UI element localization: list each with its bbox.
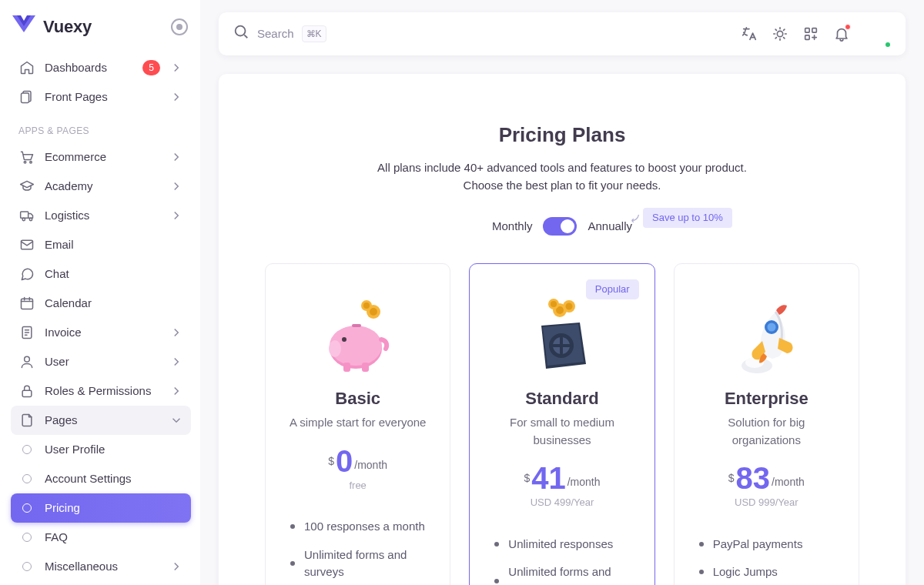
feature-item: Unlimited responses — [491, 530, 632, 559]
sub-item-pricing[interactable]: Pricing — [11, 493, 191, 523]
page-header: Pricing Plans All plans include 40+ adva… — [265, 120, 859, 236]
chevron-right-icon — [169, 384, 183, 398]
bullet-icon — [18, 503, 35, 513]
sub-item-account-settings[interactable]: Account Settings — [11, 464, 191, 493]
nav-badge: 5 — [142, 60, 160, 75]
nav-item-calendar[interactable]: Calendar — [11, 289, 191, 318]
price-amount: 41 — [531, 463, 566, 493]
svg-rect-27 — [352, 324, 361, 327]
nav-label: Roles & Permissions — [45, 383, 160, 400]
chevron-right-icon — [169, 209, 183, 222]
pricing-card: Pricing Plans All plans include 40+ adva… — [219, 74, 906, 585]
shortcuts-button[interactable] — [801, 24, 821, 44]
sub-label: FAQ — [45, 529, 183, 547]
price-subtext: USD 999/Year — [696, 495, 837, 510]
feature-item: PayPal payments — [696, 530, 837, 559]
search-icon — [233, 23, 249, 45]
billing-toggle-switch[interactable] — [543, 217, 577, 236]
home-icon — [18, 59, 35, 76]
search-trigger[interactable]: Search ⌘K — [233, 23, 326, 45]
page-icon — [18, 412, 35, 429]
feature-item: 100 responses a month — [287, 513, 428, 541]
sub-label: Miscellaneous — [45, 558, 160, 576]
svg-rect-26 — [362, 363, 369, 372]
plan-illustration — [491, 287, 632, 379]
notification-dot — [845, 24, 851, 30]
price-subtext: free — [287, 478, 428, 493]
sub-label: User Profile — [45, 441, 183, 459]
page-title: Pricing Plans — [265, 120, 859, 150]
nav-item-roles-permissions[interactable]: Roles & Permissions — [11, 376, 191, 406]
nav-item-ecommerce[interactable]: Ecommerce — [11, 142, 191, 172]
theme-toggle-button[interactable] — [770, 24, 790, 44]
sidebar-collapse-toggle[interactable] — [171, 18, 188, 35]
plan-name: Enterprise — [696, 386, 837, 411]
toggle-label-annually: Annually — [588, 218, 632, 236]
nav-item-dashboards[interactable]: Dashboards5 — [11, 53, 191, 82]
online-indicator — [884, 41, 892, 48]
plan-standard: Popular Standard For small to medium bus… — [469, 263, 654, 585]
svg-point-18 — [370, 308, 377, 316]
nav-item-user[interactable]: User — [11, 347, 191, 376]
plan-illustration — [287, 287, 428, 379]
brand[interactable]: Vuexy — [11, 11, 191, 53]
currency: $ — [328, 453, 334, 470]
user-avatar[interactable] — [862, 19, 892, 48]
billing-toggle-row: Monthly Annually — [265, 217, 859, 236]
price-period: /month — [354, 457, 387, 473]
plan-name: Basic — [287, 386, 428, 411]
nav-label: Logistics — [45, 207, 160, 225]
feature-list: PayPal paymentsLogic JumpsFile upload wi… — [696, 530, 837, 586]
svg-rect-37 — [552, 344, 571, 347]
nav-label: Academy — [45, 178, 160, 196]
nav-item-chat[interactable]: Chat — [11, 259, 191, 289]
sub-item-user-profile[interactable]: User Profile — [11, 435, 191, 464]
nav-item-invoice[interactable]: Invoice — [11, 318, 191, 347]
plan-enterprise: Enterprise Solution for big organization… — [674, 263, 859, 585]
bullet-icon — [18, 533, 35, 542]
svg-point-41 — [768, 323, 776, 332]
bullet-icon — [18, 445, 35, 454]
cart-icon — [18, 149, 35, 165]
plan-price: $ 83 /month — [696, 463, 837, 493]
chat-icon — [18, 266, 35, 282]
nav-item-front-pages[interactable]: Front Pages — [11, 82, 191, 112]
price-period: /month — [567, 474, 601, 490]
chevron-right-icon — [169, 355, 183, 369]
price-period: /month — [772, 474, 805, 490]
price-amount: 0 — [336, 446, 353, 476]
main: Search ⌘K Pricing Plans All plans includ… — [200, 0, 924, 585]
mail-icon — [18, 236, 35, 253]
feature-list: 100 responses a monthUnlimited forms and… — [287, 513, 428, 585]
nav-item-pages[interactable]: Pages — [11, 406, 191, 435]
nav-label: User — [45, 353, 160, 371]
grad-icon — [18, 178, 35, 195]
bullet-icon — [18, 474, 35, 483]
chevron-right-icon — [169, 90, 183, 104]
language-button[interactable] — [739, 24, 759, 44]
page-subtitle-1: All plans include 40+ advanced tools and… — [265, 159, 859, 177]
nav-item-authentication[interactable]: Authentication — [11, 581, 191, 585]
currency: $ — [728, 470, 735, 486]
nav-label: Ecommerce — [45, 149, 160, 166]
chevron-right-icon — [169, 61, 183, 75]
nav-label: Calendar — [45, 295, 183, 313]
sub-label: Pricing — [45, 500, 183, 517]
svg-point-20 — [363, 303, 370, 309]
nav-label: Invoice — [45, 324, 160, 342]
nav-item-academy[interactable]: Academy — [11, 172, 191, 201]
svg-point-24 — [342, 337, 346, 342]
currency: $ — [524, 470, 530, 486]
sub-item-faq[interactable]: FAQ — [11, 523, 191, 552]
nav-label: Pages — [45, 412, 160, 430]
search-placeholder: Search — [257, 25, 294, 43]
nav-item-email[interactable]: Email — [11, 230, 191, 259]
plan-tagline: A simple start for everyone — [287, 414, 428, 432]
sub-item-miscellaneous[interactable]: Miscellaneous — [11, 552, 191, 581]
svg-point-31 — [565, 303, 572, 310]
user-icon — [18, 353, 35, 370]
nav-item-logistics[interactable]: Logistics — [11, 201, 191, 230]
notifications-button[interactable] — [832, 24, 852, 44]
files-icon — [18, 89, 35, 105]
truck-icon — [18, 207, 35, 224]
